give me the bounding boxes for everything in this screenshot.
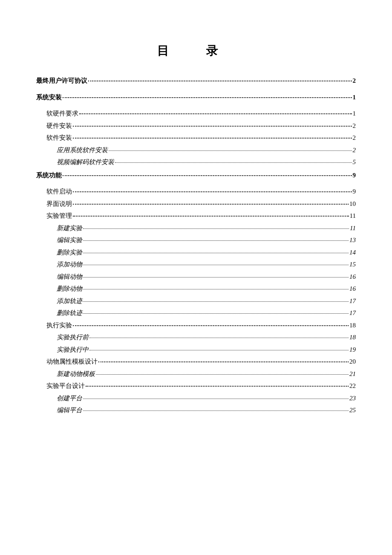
toc-leader: [83, 277, 349, 278]
toc-label: 新建实验: [57, 223, 82, 233]
toc-leader: [88, 81, 352, 81]
toc-label: 软件安装: [46, 133, 72, 143]
toc-leader: [83, 399, 349, 399]
toc-page-number: 1: [353, 109, 356, 119]
toc-entry: 实验执行中19: [36, 345, 356, 355]
toc-entry: 应用系统软件安装2: [36, 145, 356, 155]
toc-page-number: 2: [353, 121, 356, 131]
toc-page-number: 9: [353, 171, 356, 180]
toc-leader: [79, 113, 352, 114]
toc-leader: [73, 204, 349, 205]
toc-container: 最终用户许可协议2系统安装1软硬件要求1硬件安装2软件安装2应用系统软件安装2视…: [36, 76, 356, 415]
toc-page-number: 15: [349, 260, 356, 269]
toc-leader: [98, 361, 349, 362]
toc-label: 执行实验: [46, 321, 72, 330]
toc-entry: 实验管理11: [36, 211, 356, 221]
toc-leader: [83, 313, 349, 314]
toc-entry: 编辑实验13: [36, 235, 356, 245]
toc-leader: [63, 97, 352, 98]
toc-entry: 新建动物模板21: [36, 369, 356, 379]
toc-entry: 执行实验18: [36, 321, 356, 330]
toc-label: 软件启动: [46, 187, 72, 197]
toc-entry: 实验执行前18: [36, 332, 356, 342]
toc-page-number: 17: [349, 296, 356, 306]
toc-page-number: 10: [349, 199, 356, 209]
toc-leader: [83, 289, 349, 289]
toc-page-number: 18: [349, 332, 356, 342]
toc-page-number: 18: [349, 321, 356, 330]
toc-page-number: 11: [350, 223, 356, 233]
toc-page-number: 19: [349, 345, 356, 355]
toc-leader: [115, 162, 352, 163]
toc-label: 添加动物: [57, 260, 82, 269]
toc-page-number: 9: [353, 187, 356, 197]
toc-leader: [83, 240, 349, 241]
toc-entry: 添加轨迹17: [36, 296, 356, 306]
toc-entry: 软件安装2: [36, 133, 356, 143]
toc-entry: 软硬件要求1: [36, 109, 356, 119]
toc-leader: [89, 338, 349, 338]
toc-entry: 删除轨迹17: [36, 308, 356, 318]
toc-label: 应用系统软件安装: [57, 145, 108, 155]
toc-page-number: 13: [349, 235, 356, 245]
toc-page-number: 20: [349, 357, 356, 367]
toc-label: 删除实验: [57, 248, 82, 257]
toc-label: 编辑平台: [57, 405, 82, 415]
toc-label: 界面说明: [46, 199, 72, 209]
toc-page-number: 16: [349, 272, 356, 282]
toc-label: 添加轨迹: [57, 296, 82, 306]
toc-entry: 系统功能9: [36, 171, 356, 180]
toc-page-number: 16: [349, 284, 356, 294]
toc-label: 实验管理: [46, 211, 72, 221]
toc-leader: [83, 253, 349, 253]
toc-entry: 添加动物15: [36, 260, 356, 269]
toc-leader: [73, 216, 349, 217]
toc-label: 硬件安装: [46, 121, 72, 131]
toc-label: 创建平台: [57, 393, 82, 403]
toc-title: 目 录: [36, 43, 356, 59]
toc-page-number: 11: [350, 211, 356, 221]
toc-entry: 界面说明10: [36, 199, 356, 209]
toc-leader: [73, 325, 349, 326]
toc-leader: [89, 350, 349, 350]
toc-entry: 删除实验14: [36, 248, 356, 257]
toc-leader: [96, 374, 349, 375]
toc-entry: 实验平台设计22: [36, 381, 356, 391]
toc-label: 系统安装: [36, 92, 62, 102]
toc-label: 系统功能: [36, 171, 62, 180]
toc-label: 编辑动物: [57, 272, 82, 282]
toc-page-number: 2: [353, 145, 356, 155]
toc-entry: 最终用户许可协议2: [36, 76, 356, 86]
toc-page-number: 23: [349, 393, 356, 403]
toc-page-number: 14: [349, 248, 356, 257]
toc-page-number: 25: [349, 405, 356, 415]
toc-label: 软硬件要求: [46, 109, 78, 119]
toc-page-number: 2: [353, 133, 356, 143]
toc-entry: 编辑平台25: [36, 405, 356, 415]
toc-label: 新建动物模板: [57, 369, 95, 379]
toc-label: 实验执行前: [57, 332, 89, 342]
toc-label: 编辑实验: [57, 235, 82, 245]
toc-label: 实验平台设计: [46, 381, 85, 391]
toc-leader: [83, 410, 349, 411]
toc-label: 动物属性模板设计: [46, 357, 98, 367]
toc-page-number: 5: [353, 157, 356, 167]
toc-label: 删除动物: [57, 284, 82, 294]
toc-leader: [73, 138, 352, 139]
toc-entry: 创建平台23: [36, 393, 356, 403]
toc-leader: [83, 301, 349, 302]
toc-label: 最终用户许可协议: [36, 76, 87, 86]
toc-label: 删除轨迹: [57, 308, 82, 318]
toc-leader: [86, 386, 349, 387]
toc-page-number: 1: [353, 92, 356, 102]
toc-page-number: 2: [353, 76, 356, 86]
toc-entry: 新建实验11: [36, 223, 356, 233]
toc-entry: 系统安装1: [36, 92, 356, 102]
toc-label: 视频编解码软件安装: [57, 157, 114, 167]
toc-page-number: 21: [349, 369, 356, 379]
toc-entry: 动物属性模板设计20: [36, 357, 356, 367]
toc-leader: [63, 175, 352, 176]
toc-leader: [109, 150, 352, 151]
toc-leader: [83, 265, 349, 265]
toc-page-number: 22: [349, 381, 356, 391]
